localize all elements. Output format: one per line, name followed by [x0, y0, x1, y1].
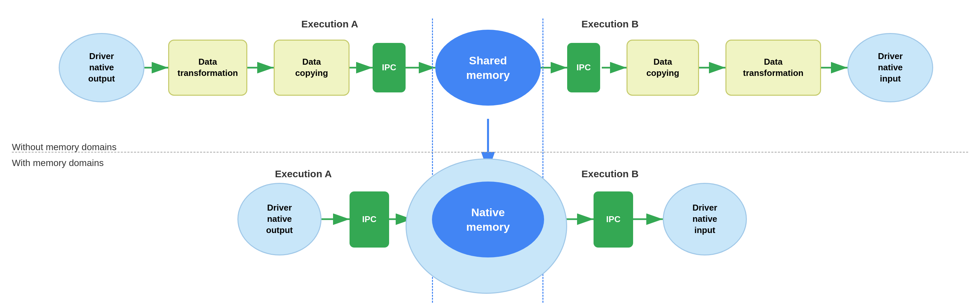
shared-memory: Sharedmemory	[435, 30, 541, 105]
driver-native-output-bottom: Drivernativeoutput	[237, 183, 321, 255]
data-transform-right: Datatransformation	[725, 40, 821, 96]
divider-line	[12, 152, 968, 153]
data-transform-left: Datatransformation	[168, 40, 247, 96]
driver-native-output-top: Drivernativeoutput	[59, 33, 145, 102]
exec-b-label-bottom: Execution B	[554, 168, 666, 180]
without-memory-label: Without memory domains	[12, 142, 116, 153]
driver-native-input-bottom: Drivernativeinput	[663, 183, 747, 255]
ipc-left-top: IPC	[372, 43, 406, 92]
with-memory-label: With memory domains	[12, 158, 104, 168]
diagram-container: Without memory domains With memory domai…	[0, 0, 980, 303]
driver-native-input-top: Drivernativeinput	[848, 33, 933, 102]
exec-a-label-top: Execution A	[274, 19, 386, 30]
ipc-right-bottom: IPC	[593, 191, 633, 247]
data-copy-right: Datacopying	[627, 40, 699, 96]
exec-b-label-top: Execution B	[554, 19, 666, 30]
data-copy-left: Datacopying	[274, 40, 350, 96]
native-memory: Nativememory	[432, 182, 544, 257]
ipc-left-bottom: IPC	[350, 191, 389, 247]
ipc-right-top: IPC	[567, 43, 600, 92]
exec-a-label-bottom: Execution A	[247, 168, 360, 180]
